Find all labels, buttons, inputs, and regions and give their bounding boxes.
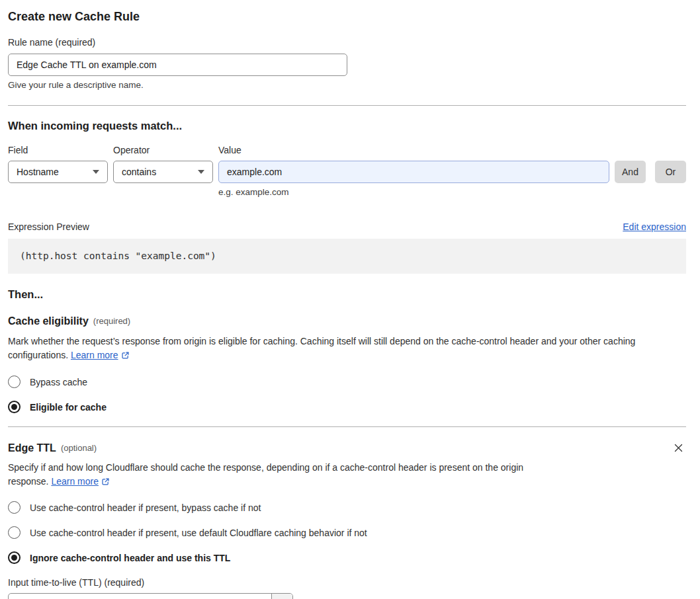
radio-option-eligible-for-cache[interactable]: Eligible for cache [8,401,686,413]
operator-select-value: contains [122,167,156,177]
ttl-select[interactable]: 1 day [8,593,293,599]
cache-eligibility-description: Mark whether the request’s response from… [8,335,686,364]
field-label: Field [8,145,108,156]
cache-eligibility-title: Cache eligibility [8,315,89,327]
learn-more-link[interactable]: Learn more [51,476,110,487]
ttl-label: Input time-to-live (TTL) (required) [8,577,686,588]
radio-label: Use cache-control header if present, byp… [30,502,261,514]
connector-buttons: And Or [615,161,686,183]
radio-option-bypass-cache[interactable]: Bypass cache [8,376,686,388]
field-column: Field Hostname [8,145,108,183]
value-help: e.g. example.com [218,187,609,198]
ttl-select-dropdown-button[interactable] [271,594,292,599]
create-cache-rule-form: Create new Cache Rule Rule name (require… [0,0,700,599]
radio-label: Ignore cache-control header and use this… [30,552,230,564]
cache-eligibility-heading-row: Cache eligibility (required) [8,315,686,327]
radio-option-use-header-bypass[interactable]: Use cache-control header if present, byp… [8,501,686,514]
expression-code: (http.host contains "example.com") [8,239,686,274]
rule-name-input[interactable] [8,54,347,76]
rule-name-label: Rule name (required) [8,37,686,48]
section-divider [8,105,686,106]
section-divider [8,426,686,427]
radio-unselected-icon[interactable] [8,526,21,539]
ttl-input-section: Input time-to-live (TTL) (required) 1 da… [8,577,686,599]
radio-option-use-header-default[interactable]: Use cache-control header if present, use… [8,526,686,539]
and-button[interactable]: And [615,161,646,183]
learn-more-label: Learn more [51,476,99,487]
edit-expression-link[interactable]: Edit expression [623,221,686,232]
radio-selected-icon[interactable] [8,551,21,564]
radio-unselected-icon[interactable] [8,376,21,388]
edge-ttl-title: Edge TTL [8,442,56,454]
radio-label: Bypass cache [30,376,87,388]
chevron-down-icon [198,170,204,174]
radio-label: Use cache-control header if present, use… [30,527,367,539]
page-title: Create new Cache Rule [8,9,686,24]
external-link-icon [101,476,110,490]
ttl-select-value: 1 day [9,594,271,599]
edge-ttl-description: Specify if and how long Cloudflare shoul… [8,461,561,490]
field-select[interactable]: Hostname [8,161,108,183]
match-expression-row: Field Hostname Operator contains Value e… [8,145,686,198]
expression-preview-label: Expression Preview [8,221,89,233]
then-heading: Then... [8,288,686,301]
edge-ttl-optional-note: (optional) [61,443,97,453]
expression-preview-row: Expression Preview Edit expression [8,221,686,233]
rule-name-help: Give your rule a descriptive name. [8,80,686,91]
value-column: Value e.g. example.com [218,145,609,198]
external-link-icon [121,350,130,364]
field-select-value: Hostname [17,167,59,177]
edge-ttl-heading: Edge TTL (optional) [8,442,97,454]
cache-eligibility-required-note: (required) [93,316,130,326]
rule-name-section: Rule name (required) Give your rule a de… [8,37,686,91]
operator-column: Operator contains [113,145,213,183]
radio-option-ignore-header-ttl[interactable]: Ignore cache-control header and use this… [8,551,686,564]
radio-label: Eligible for cache [30,401,107,413]
learn-more-link[interactable]: Learn more [71,350,130,360]
close-edge-ttl-button[interactable] [671,440,686,456]
operator-label: Operator [113,145,213,156]
value-label: Value [218,145,609,156]
radio-unselected-icon[interactable] [8,501,21,514]
value-input[interactable] [218,161,609,183]
close-icon [674,445,683,455]
learn-more-label: Learn more [71,350,118,360]
operator-select[interactable]: contains [113,161,213,183]
edge-ttl-heading-row: Edge TTL (optional) [8,440,686,456]
radio-selected-icon[interactable] [8,401,21,413]
chevron-down-icon [93,170,99,174]
or-button[interactable]: Or [655,161,686,183]
match-heading: When incoming requests match... [8,119,686,132]
